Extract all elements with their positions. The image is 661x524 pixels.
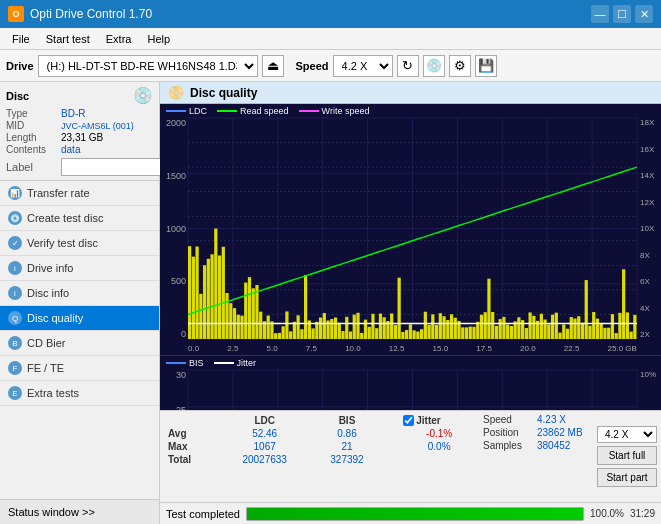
disc-title: Disc: [6, 90, 29, 102]
max-ldc: 1067: [219, 440, 311, 453]
extra-tests-icon: E: [8, 386, 22, 400]
minimize-button[interactable]: —: [591, 5, 609, 23]
cd-bier-icon: B: [8, 336, 22, 350]
stats-table: LDC BIS Jitter: [164, 414, 479, 499]
sidebar-item-fe-te[interactable]: F FE / TE: [0, 356, 159, 381]
chart2-legend: BIS Jitter: [166, 358, 256, 368]
sidebar-item-label: CD Bier: [27, 337, 66, 349]
total-jitter: [399, 453, 479, 466]
disc-section: Disc 💿 Type BD-R MID JVC-AMS6L (001) Len…: [0, 82, 159, 181]
speed-label: Speed: [296, 60, 329, 72]
sidebar-item-label: Verify test disc: [27, 237, 98, 249]
label-label: Label: [6, 161, 61, 173]
panel-icon: 📀: [168, 85, 184, 100]
app-title: Opti Drive Control 1.70: [30, 7, 152, 21]
type-label: Type: [6, 108, 61, 119]
progress-bar-fill: [247, 508, 583, 520]
avg-label: Avg: [164, 427, 219, 440]
start-full-button[interactable]: Start full: [597, 446, 657, 465]
stats-row-max: Max 1067 21 0.0%: [164, 440, 479, 453]
stats-row-avg: Avg 52.46 0.86 -0.1%: [164, 427, 479, 440]
drive-label: Drive: [6, 60, 34, 72]
disc-quality-icon: Q: [8, 311, 22, 325]
speed-position-section: Speed 4.23 X Position 23862 MB Samples 3…: [483, 414, 593, 499]
progress-time: 31:29: [630, 508, 655, 519]
max-jitter: 0.0%: [399, 440, 479, 453]
sidebar-item-create-test-disc[interactable]: 💿 Create test disc: [0, 206, 159, 231]
verify-test-disc-icon: ✓: [8, 236, 22, 250]
left-panel: Disc 💿 Type BD-R MID JVC-AMS6L (001) Len…: [0, 82, 160, 524]
menu-extra[interactable]: Extra: [98, 31, 140, 47]
mid-label: MID: [6, 120, 61, 131]
contents-value: data: [61, 144, 80, 155]
sidebar-item-label: Disc quality: [27, 312, 83, 324]
read-speed-legend: Read speed: [240, 106, 289, 116]
type-value: BD-R: [61, 108, 85, 119]
fe-te-icon: F: [8, 361, 22, 375]
chart2-container: BIS Jitter 302520151050 10%8%6%: [160, 356, 661, 410]
save-button[interactable]: 💾: [475, 55, 497, 77]
maximize-button[interactable]: ☐: [613, 5, 631, 23]
create-test-disc-icon: 💿: [8, 211, 22, 225]
stats-row-total: Total 20027633 327392: [164, 453, 479, 466]
position-label: Position: [483, 427, 533, 438]
drive-info-icon: i: [8, 261, 22, 275]
total-bis: 327392: [311, 453, 384, 466]
settings-button[interactable]: ⚙: [449, 55, 471, 77]
jitter-checkbox[interactable]: [403, 415, 414, 426]
action-speed-select[interactable]: 4.2 X: [597, 426, 657, 443]
speed-select[interactable]: 4.2 X: [333, 55, 393, 77]
sidebar-item-disc-info[interactable]: i Disc info: [0, 281, 159, 306]
menu-start-test[interactable]: Start test: [38, 31, 98, 47]
samples-value: 380452: [537, 440, 570, 451]
write-speed-legend: Write speed: [322, 106, 370, 116]
mid-value: JVC-AMS6L (001): [61, 121, 134, 131]
status-window-button[interactable]: Status window >>: [0, 499, 159, 524]
total-ldc: 20027633: [219, 453, 311, 466]
start-part-button[interactable]: Start part: [597, 468, 657, 487]
sidebar-item-label: Disc info: [27, 287, 69, 299]
jitter-col-header: Jitter: [399, 414, 479, 427]
toolbar: Drive (H:) HL-DT-ST BD-RE WH16NS48 1.D3 …: [0, 50, 661, 82]
panel-title: Disc quality: [190, 86, 257, 100]
length-value: 23,31 GB: [61, 132, 103, 143]
right-panel: 📀 Disc quality LDC Read speed: [160, 82, 661, 524]
ldc-legend: LDC: [189, 106, 207, 116]
sidebar-item-cd-bier[interactable]: B CD Bier: [0, 331, 159, 356]
menu-help[interactable]: Help: [139, 31, 178, 47]
progress-bar-area: Test completed 100.0% 31:29: [160, 502, 661, 524]
close-button[interactable]: ✕: [635, 5, 653, 23]
total-label: Total: [164, 453, 219, 466]
samples-label: Samples: [483, 440, 533, 451]
disc-button[interactable]: 💿: [423, 55, 445, 77]
position-value: 23862 MB: [537, 427, 583, 438]
refresh-button[interactable]: ↻: [397, 55, 419, 77]
sidebar-item-drive-info[interactable]: i Drive info: [0, 256, 159, 281]
chart1-canvas: [160, 104, 661, 355]
menu-file[interactable]: File: [4, 31, 38, 47]
title-bar: O Opti Drive Control 1.70 — ☐ ✕: [0, 0, 661, 28]
transfer-rate-icon: 📊: [8, 186, 22, 200]
max-bis: 21: [311, 440, 384, 453]
max-label: Max: [164, 440, 219, 453]
sidebar-item-disc-quality[interactable]: Q Disc quality: [0, 306, 159, 331]
eject-button[interactable]: ⏏: [262, 55, 284, 77]
speed-stat-label: Speed: [483, 414, 533, 425]
avg-jitter: -0.1%: [399, 427, 479, 440]
sidebar-item-extra-tests[interactable]: E Extra tests: [0, 381, 159, 406]
nav-items: 📊 Transfer rate 💿 Create test disc ✓ Ver…: [0, 181, 159, 499]
drive-select[interactable]: (H:) HL-DT-ST BD-RE WH16NS48 1.D3: [38, 55, 258, 77]
action-section: 4.2 X Start full Start part: [597, 414, 657, 499]
sidebar-item-label: Transfer rate: [27, 187, 90, 199]
sidebar-item-label: Create test disc: [27, 212, 103, 224]
label-input[interactable]: [61, 158, 161, 176]
sidebar-item-verify-test-disc[interactable]: ✓ Verify test disc: [0, 231, 159, 256]
speed-stat-value: 4.23 X: [537, 414, 566, 425]
panel-header: 📀 Disc quality: [160, 82, 661, 104]
avg-bis: 0.86: [311, 427, 384, 440]
length-label: Length: [6, 132, 61, 143]
menu-bar: File Start test Extra Help: [0, 28, 661, 50]
sidebar-item-transfer-rate[interactable]: 📊 Transfer rate: [0, 181, 159, 206]
bis-legend: BIS: [189, 358, 204, 368]
chart1-container: LDC Read speed Write speed: [160, 104, 661, 356]
